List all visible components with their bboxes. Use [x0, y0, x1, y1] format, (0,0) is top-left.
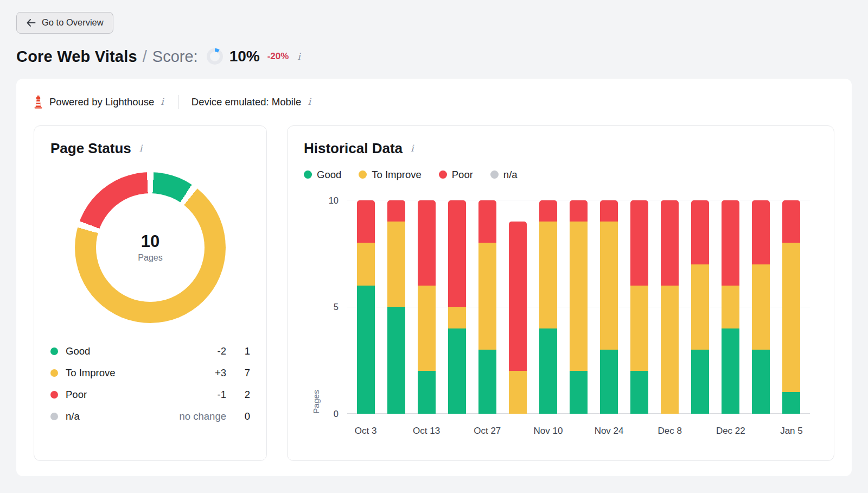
powered-by-label: Powered by Lighthouse	[49, 96, 154, 108]
stacked-bar[interactable]	[509, 222, 527, 414]
segment-poor	[630, 200, 648, 286]
page-status-title: Page Status	[50, 140, 131, 157]
stacked-bar[interactable]	[630, 200, 648, 414]
historical-legend: GoodTo ImprovePoorn/a	[304, 169, 818, 181]
status-legend-row: To Improve+37	[50, 362, 250, 384]
x-tick-label: Oct 3	[355, 426, 377, 437]
legend-label: Good	[317, 169, 341, 181]
title-separator: /	[143, 48, 147, 66]
stacked-bar[interactable]	[661, 200, 679, 414]
segment-good	[691, 350, 709, 414]
segment-to_improve	[509, 371, 527, 414]
status-label: Good	[66, 345, 218, 357]
historical-data-title: Historical Data	[304, 140, 403, 157]
segment-poor	[752, 200, 770, 264]
stacked-bar[interactable]	[722, 200, 739, 414]
page-status-card: Page Status i 10 Pages Good-21To Improve…	[34, 125, 267, 461]
legend-label: Poor	[452, 169, 473, 181]
info-icon[interactable]: i	[307, 97, 311, 106]
historical-data-card: Historical Data i GoodTo ImprovePoorn/a …	[287, 125, 834, 461]
legend-label: n/a	[503, 169, 518, 181]
status-delta: -2	[218, 345, 226, 357]
stacked-bar[interactable]	[418, 200, 436, 414]
stacked-bar[interactable]	[357, 200, 375, 414]
segment-poor	[661, 200, 679, 286]
legend-item-na[interactable]: n/a	[490, 169, 518, 181]
y-tick-label: 0	[334, 408, 339, 419]
legend-item-to_improve[interactable]: To Improve	[359, 169, 422, 181]
stacked-bar[interactable]	[387, 200, 405, 414]
segment-poor	[691, 200, 709, 264]
status-legend-row: Poor-12	[50, 384, 250, 406]
info-icon[interactable]: i	[410, 144, 414, 153]
x-tick-label: Oct 27	[474, 426, 501, 437]
segment-poor	[478, 200, 496, 243]
x-tick-label: Nov 10	[533, 426, 563, 437]
segment-poor	[357, 200, 375, 243]
status-legend-row: n/ano change0	[50, 406, 250, 427]
segment-good	[600, 350, 618, 414]
y-tick-label: 10	[329, 195, 339, 205]
segment-to_improve	[722, 286, 739, 328]
x-tick-label: Jan 5	[780, 426, 803, 437]
bars	[347, 200, 810, 414]
status-delta: no change	[180, 410, 226, 422]
segment-to_improve	[387, 222, 405, 307]
poor-dot-icon	[50, 391, 58, 399]
page: Go to Overview Core Web Vitals / Score: …	[0, 0, 868, 488]
stacked-bar[interactable]	[448, 200, 466, 414]
segment-poor	[722, 200, 739, 286]
na-dot-icon	[50, 413, 58, 420]
segment-poor	[570, 200, 588, 222]
stacked-bar[interactable]	[691, 200, 709, 414]
page-status-title-row: Page Status i	[50, 140, 250, 157]
segment-to_improve	[600, 222, 618, 350]
segment-good	[478, 350, 496, 414]
stacked-bar[interactable]	[782, 200, 800, 414]
arrow-left-icon	[26, 18, 36, 27]
segment-to_improve	[357, 243, 375, 286]
y-axis-label: Pages	[311, 200, 321, 414]
info-icon[interactable]: i	[138, 144, 143, 153]
info-icon[interactable]: i	[296, 52, 301, 61]
x-tick-label: Dec 8	[658, 426, 681, 437]
segment-good	[722, 328, 739, 414]
back-button-label: Go to Overview	[42, 17, 104, 28]
chart-plot-area: 0510	[347, 200, 810, 414]
segment-poor	[539, 200, 557, 222]
segment-poor	[600, 200, 618, 222]
vertical-divider	[178, 95, 178, 109]
info-icon[interactable]: i	[159, 97, 164, 106]
segment-poor	[782, 200, 800, 243]
status-count: 2	[226, 389, 250, 401]
donut-center: 10 Pages	[96, 193, 205, 302]
legend-item-poor[interactable]: Poor	[439, 169, 473, 181]
x-tick-label: Dec 22	[716, 426, 745, 437]
segment-to_improve	[752, 264, 770, 350]
stacked-bar[interactable]	[478, 200, 496, 414]
to_improve-dot-icon	[359, 170, 367, 179]
stacked-bar[interactable]	[600, 200, 618, 414]
go-to-overview-button[interactable]: Go to Overview	[16, 12, 113, 34]
page-title-row: Core Web Vitals / Score: 10% -20% i	[16, 48, 852, 66]
page-status-legend: Good-21To Improve+37Poor-12n/ano change0	[50, 340, 250, 427]
legend-item-good[interactable]: Good	[304, 169, 341, 181]
stacked-bar[interactable]	[752, 200, 770, 414]
segment-poor	[387, 200, 405, 222]
segment-poor	[418, 200, 436, 286]
score-value: 10%	[229, 48, 260, 65]
status-delta: -1	[218, 389, 226, 401]
segment-good	[570, 371, 588, 414]
segment-to_improve	[478, 243, 496, 350]
score-delta: -20%	[267, 51, 289, 62]
segment-good	[418, 371, 436, 414]
stacked-bar[interactable]	[570, 200, 588, 414]
status-legend-row: Good-21	[50, 340, 250, 362]
segment-good	[752, 350, 770, 414]
core-web-vitals-panel: Powered by Lighthouse i Device emulated:…	[16, 79, 852, 476]
x-tick-label: Nov 24	[595, 426, 624, 437]
segment-good	[630, 371, 648, 414]
stacked-bar[interactable]	[539, 200, 557, 414]
total-pages-value: 10	[141, 232, 159, 251]
report-meta-row: Powered by Lighthouse i Device emulated:…	[34, 95, 834, 109]
